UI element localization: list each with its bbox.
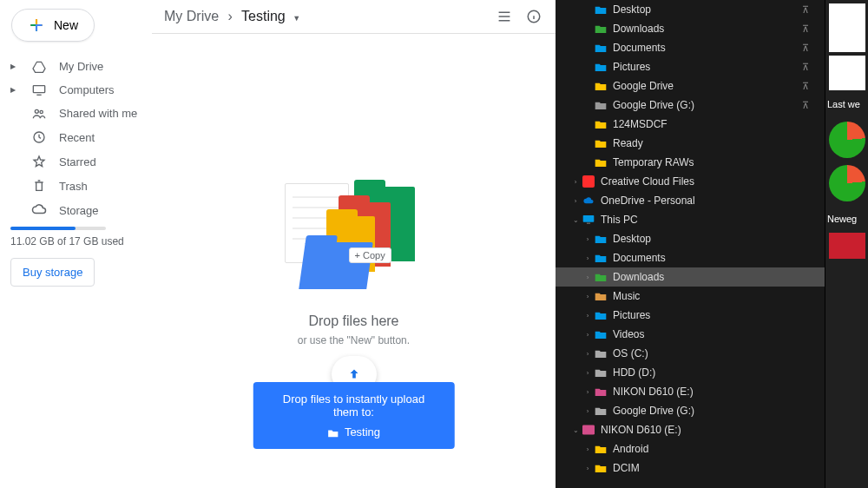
tree-item-thispc[interactable]: ⌄This PC bbox=[556, 210, 825, 229]
folder-illustration: + Copy bbox=[285, 176, 424, 298]
chevron-icon[interactable]: ▶ bbox=[10, 86, 19, 94]
thispc-label: This PC bbox=[601, 214, 638, 226]
item-icon bbox=[594, 346, 608, 360]
tree-item[interactable]: Documents⊼ bbox=[556, 38, 825, 57]
crumb-current[interactable]: Testing bbox=[241, 9, 286, 23]
chevron-icon[interactable]: › bbox=[582, 465, 594, 472]
chevron-icon[interactable]: › bbox=[582, 254, 594, 262]
item-label: Documents bbox=[613, 252, 666, 264]
pin-icon[interactable]: ⊼ bbox=[802, 62, 809, 73]
chevron-icon[interactable]: › bbox=[582, 293, 594, 300]
chevron-icon[interactable]: › bbox=[582, 407, 594, 415]
sidebar-item-mydrive[interactable]: ▶My Drive bbox=[7, 55, 152, 78]
chevron-down-icon[interactable]: ⌄ bbox=[569, 426, 582, 434]
sidebar-item-shared[interactable]: Shared with me bbox=[7, 102, 152, 125]
pin-icon[interactable]: ⊼ bbox=[802, 100, 809, 111]
pin-icon[interactable]: ⊼ bbox=[802, 43, 809, 54]
computer-icon bbox=[31, 84, 47, 96]
item-icon bbox=[594, 308, 608, 322]
tree-item[interactable]: ›OneDrive - Personal bbox=[556, 191, 825, 210]
tree-item[interactable]: Temporary RAWs bbox=[556, 153, 825, 172]
tree-item[interactable]: ›Videos bbox=[556, 325, 825, 344]
item-icon bbox=[594, 117, 608, 131]
buy-storage-button[interactable]: Buy storage bbox=[10, 258, 95, 287]
tree-item[interactable]: ›Creative Cloud Files bbox=[556, 172, 825, 191]
tree-item[interactable]: 124MSDCF bbox=[556, 115, 825, 134]
item-label: OS (C:) bbox=[613, 347, 648, 359]
tree-item[interactable]: Ready bbox=[556, 134, 825, 153]
tree-item[interactable]: Google Drive⊼ bbox=[556, 76, 825, 96]
item-label: Music bbox=[613, 290, 640, 302]
tree-item[interactable]: ›Downloads bbox=[556, 267, 825, 287]
pin-icon[interactable]: ⊼ bbox=[802, 23, 809, 35]
item-label: Android bbox=[613, 443, 648, 455]
tree-item[interactable]: ›Android bbox=[556, 439, 825, 458]
svg-rect-5 bbox=[582, 175, 595, 188]
breadcrumb[interactable]: My Drive › Testing ▼ bbox=[164, 9, 300, 24]
new-button[interactable]: New bbox=[11, 9, 95, 42]
item-label: Pictures bbox=[613, 309, 650, 321]
thumbnail[interactable] bbox=[829, 56, 865, 90]
svg-rect-8 bbox=[582, 425, 595, 434]
tree-item[interactable]: Downloads⊼ bbox=[556, 19, 825, 38]
item-label: DCIM bbox=[613, 462, 640, 474]
upload-icon bbox=[345, 366, 364, 382]
sidebar-item-trash[interactable]: Trash bbox=[7, 174, 152, 198]
tree-item[interactable]: ›Google Drive (G:) bbox=[556, 401, 825, 420]
chevron-icon[interactable]: › bbox=[582, 274, 594, 281]
chevron-icon[interactable]: › bbox=[582, 350, 594, 358]
tree-item[interactable]: ›Documents bbox=[556, 248, 825, 267]
tree-item[interactable]: ›Pictures bbox=[556, 306, 825, 325]
item-icon bbox=[594, 155, 608, 169]
toast-folder: Testing bbox=[327, 425, 380, 439]
tree-item[interactable]: Pictures⊼ bbox=[556, 57, 825, 76]
sidebar-item-storage[interactable]: Storage bbox=[10, 203, 145, 218]
star-icon bbox=[31, 155, 47, 168]
item-icon bbox=[594, 98, 608, 112]
thumbnail[interactable] bbox=[829, 233, 865, 259]
tree-item[interactable]: ›OS (C:) bbox=[556, 344, 825, 363]
sidebar-item-computers[interactable]: ▶Computers bbox=[7, 78, 152, 102]
item-icon bbox=[594, 79, 608, 93]
pin-icon[interactable]: ⊼ bbox=[802, 4, 809, 16]
right-panel: Last we Neweg bbox=[825, 0, 868, 488]
pie-thumbnail[interactable] bbox=[829, 165, 865, 201]
item-icon bbox=[594, 136, 608, 150]
storage-bar bbox=[10, 227, 106, 230]
item-icon bbox=[594, 22, 608, 36]
chevron-icon[interactable]: › bbox=[582, 235, 594, 243]
sidebar-item-recent[interactable]: Recent bbox=[7, 125, 152, 149]
chevron-icon[interactable]: › bbox=[582, 388, 594, 396]
tree-item[interactable]: ›Music bbox=[556, 287, 825, 306]
chevron-icon[interactable]: › bbox=[582, 445, 594, 453]
pin-icon[interactable]: ⊼ bbox=[802, 81, 809, 92]
trash-icon bbox=[31, 179, 47, 193]
chevron-icon[interactable]: › bbox=[582, 312, 594, 320]
item-label: NIKON D610 (E:) bbox=[613, 386, 694, 398]
sidebar-item-starred[interactable]: Starred bbox=[7, 149, 152, 174]
tree-item[interactable]: ›Desktop bbox=[556, 229, 825, 248]
chevron-icon[interactable]: › bbox=[582, 331, 594, 339]
tree-item-nikon[interactable]: ⌄NIKON D610 (E:) bbox=[556, 420, 825, 439]
tree-item[interactable]: ›NIKON D610 (E:) bbox=[556, 382, 825, 401]
pie-thumbnail[interactable] bbox=[829, 122, 865, 158]
tree-item[interactable]: ›HDD (D:) bbox=[556, 363, 825, 382]
cloud-icon bbox=[31, 203, 47, 218]
chevron-icon[interactable]: › bbox=[582, 369, 594, 377]
chevron-down-icon[interactable]: ⌄ bbox=[569, 216, 582, 224]
list-view-icon[interactable] bbox=[495, 7, 514, 26]
tree-item[interactable]: ›DCIM bbox=[556, 458, 825, 478]
crumb-root[interactable]: My Drive bbox=[164, 9, 219, 23]
item-label: Ready bbox=[613, 137, 643, 149]
chevron-down-icon[interactable]: ▼ bbox=[293, 14, 300, 23]
thumbnail[interactable] bbox=[829, 3, 865, 52]
chevron-icon[interactable]: ▶ bbox=[10, 63, 19, 70]
info-icon[interactable] bbox=[524, 7, 543, 26]
tree-item[interactable]: Desktop⊼ bbox=[556, 0, 825, 19]
folder-icon bbox=[327, 428, 339, 439]
item-icon bbox=[594, 385, 608, 399]
tree-item[interactable]: Google Drive (G:)⊼ bbox=[556, 96, 825, 115]
drop-zone[interactable]: + Copy Drop files here or use the "New" … bbox=[152, 34, 556, 488]
item-label: Documents bbox=[613, 42, 666, 54]
item-icon bbox=[594, 289, 608, 303]
